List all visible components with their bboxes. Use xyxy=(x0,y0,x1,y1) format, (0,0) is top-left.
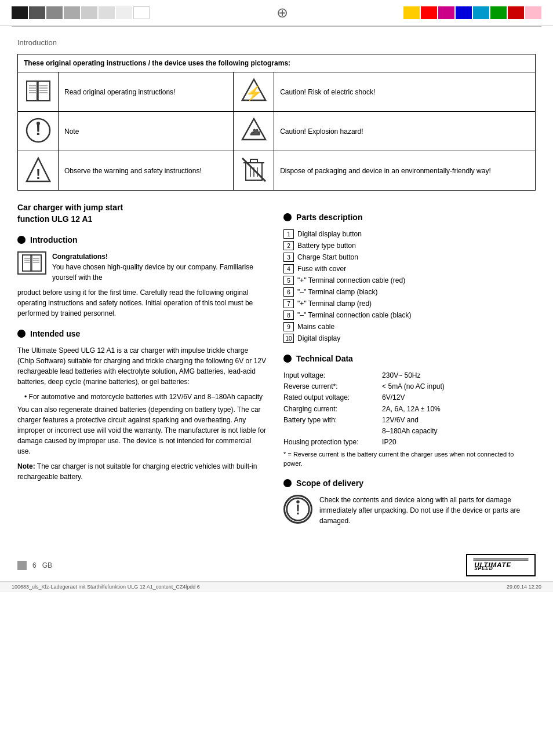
technical-data-content: Input voltage: 230V~ 50Hz Reverse curren… xyxy=(283,370,532,468)
tech-row-3: Rated output voltage: 6V/12V xyxy=(283,392,532,403)
technical-data-title: Technical Data xyxy=(296,354,353,363)
color-swatch xyxy=(46,6,63,19)
footer-country: GB xyxy=(42,561,52,569)
list-item: 4Fuse with cover xyxy=(283,264,532,274)
pictogram-icon-note: ! xyxy=(18,112,59,151)
tech-footnote: * = Reverse current is the battery curre… xyxy=(283,450,532,468)
part-num-8: 8 xyxy=(283,311,294,320)
note-text: Note: The car charger is not suitable fo… xyxy=(17,461,266,482)
part-num-3: 3 xyxy=(283,253,294,262)
bottom-bar: 100683_uls_Kfz-Ladegeraet mit Starthilfe… xyxy=(0,581,553,592)
recycle-icon xyxy=(240,156,268,184)
scope-title: Scope of delivery xyxy=(296,479,363,488)
crosshair-symbol: ⊕ xyxy=(161,5,403,21)
page-footer: 6 GB ULTIMATE SPEED xyxy=(0,549,553,581)
congratulations-text: Congratulations! xyxy=(52,253,108,261)
technical-data-header: Technical Data xyxy=(283,354,532,363)
bottom-text: 100683_uls_Kfz-Ladegeraet mit Starthilfe… xyxy=(12,584,200,590)
list-item: 2Battery type button xyxy=(283,240,532,251)
pictogram-icon-book xyxy=(18,72,59,112)
intro-book-icon xyxy=(17,251,46,275)
tech-value-4: 2A, 6A, 12A ± 10% xyxy=(382,404,532,415)
tech-row-4: Charging current: 2A, 6A, 12A ± 10% xyxy=(283,404,532,415)
tech-row-1: Input voltage: 230V~ 50Hz xyxy=(283,370,532,381)
svg-rect-22 xyxy=(250,159,257,163)
color-swatch xyxy=(490,6,507,19)
pictogram-icon-warning: ! xyxy=(18,151,59,191)
introduction-content: Congratulations! You have chosen high-qu… xyxy=(17,251,266,283)
scope-note-icon: ! xyxy=(283,495,312,524)
svg-point-39 xyxy=(296,501,300,504)
warning-icon: ! xyxy=(24,156,52,184)
list-item: 1Digital display button xyxy=(283,229,532,239)
color-swatch xyxy=(438,6,454,19)
tech-row-5: Battery type with: 12V/6V and xyxy=(283,415,532,426)
part-text-3: Charge Start button xyxy=(297,252,358,262)
introduction-bullet xyxy=(17,236,26,244)
svg-rect-2 xyxy=(37,81,50,101)
color-swatch xyxy=(473,6,489,19)
tech-label-5: Battery type with: xyxy=(283,415,376,426)
intended-use-para2: You can also regenerate drained batterie… xyxy=(17,404,266,456)
scope-header: Scope of delivery xyxy=(283,479,532,488)
explosion-icon xyxy=(240,116,268,144)
main-content: Introduction These original operating in… xyxy=(0,27,553,538)
tech-row-7: Housing protection type: IP20 xyxy=(283,437,532,448)
color-swatch xyxy=(99,6,115,19)
list-item: 7"+" Terminal clamp (red) xyxy=(283,298,532,309)
pictogram-row-2: ! Note Caution! Explosion hazard! xyxy=(18,112,536,151)
part-text-2: Battery type button xyxy=(297,240,356,251)
svg-text:SPEED: SPEED xyxy=(474,565,493,571)
intended-use-title: Intended use xyxy=(30,329,80,338)
right-column: Parts description 1Digital display butto… xyxy=(283,202,532,526)
scope-content: ! Check the contents and device along wi… xyxy=(283,495,532,526)
tech-label-7: Housing protection type: xyxy=(283,437,376,448)
electric-shock-icon: ⚡ xyxy=(240,77,268,105)
part-text-7: "+" Terminal clamp (red) xyxy=(297,298,372,309)
color-calibration-bar: ⊕ xyxy=(0,0,553,26)
tech-label-2: Reverse current*: xyxy=(283,381,376,392)
product-title: Car charger with jump startfunction ULG … xyxy=(17,202,266,225)
svg-rect-1 xyxy=(27,81,37,101)
color-blocks-right xyxy=(403,6,541,19)
page-section-title: Introduction xyxy=(17,38,536,47)
color-blocks-left xyxy=(12,6,150,19)
color-swatch xyxy=(29,6,45,19)
svg-rect-28 xyxy=(23,255,31,271)
tech-value-7: IP20 xyxy=(382,437,532,448)
intended-use-para1: The Ultimate Speed ULG 12 A1 is a car ch… xyxy=(17,345,266,387)
part-text-5: "+" Terminal connection cable (red) xyxy=(297,275,405,286)
pictogram-text-electric: Caution! Risk of electric shock! xyxy=(274,72,536,112)
pictogram-table: These original operating instructions / … xyxy=(17,54,536,191)
footer-page-info: 6 GB xyxy=(17,561,52,570)
footer-rect xyxy=(17,561,27,570)
tech-label-6 xyxy=(283,426,376,437)
pictogram-text-note: Note xyxy=(59,112,234,151)
product-title-text: Car charger with jump startfunction ULG … xyxy=(17,203,123,224)
part-text-1: Digital display button xyxy=(297,229,362,239)
list-item: 3Charge Start button xyxy=(283,252,532,262)
list-item: 10Digital display xyxy=(283,333,532,344)
part-text-4: Fuse with cover xyxy=(297,264,346,274)
color-swatch xyxy=(81,6,97,19)
intended-use-bullet xyxy=(17,330,26,338)
intro-partial-text: You have chosen high-quality device by o… xyxy=(52,263,253,282)
intended-use-header: Intended use xyxy=(17,329,266,338)
svg-text:!: ! xyxy=(296,502,300,517)
list-item: 8"–" Terminal connection cable (black) xyxy=(283,310,532,320)
footer-page-num: 6 xyxy=(32,561,37,569)
pictogram-text-recycle: Dispose of packaging and device in an en… xyxy=(274,151,536,191)
part-text-6: "–" Terminal clamp (black) xyxy=(297,287,377,297)
part-num-5: 5 xyxy=(283,276,294,285)
book-icon xyxy=(24,79,52,103)
tech-value-5: 12V/6V and xyxy=(382,415,532,426)
color-swatch xyxy=(421,6,437,19)
part-text-9: Mains cable xyxy=(297,322,334,332)
two-column-layout: Car charger with jump startfunction ULG … xyxy=(17,202,536,526)
tech-row-2: Reverse current*: < 5mA (no AC input) xyxy=(283,381,532,392)
page-container: ⊕ Introduction These original operating … xyxy=(0,0,553,756)
introduction-title: Introduction xyxy=(30,235,78,244)
tech-label-1: Input voltage: xyxy=(283,370,376,381)
left-column: Car charger with jump startfunction ULG … xyxy=(17,202,266,526)
part-text-10: Digital display xyxy=(297,333,340,344)
